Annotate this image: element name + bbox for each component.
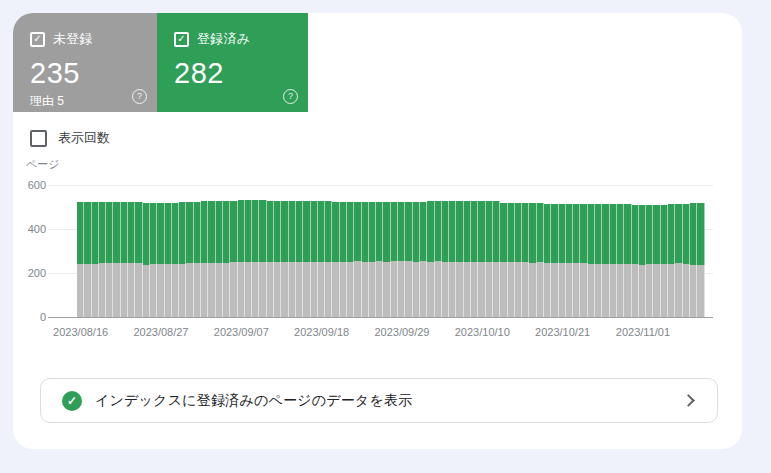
bar-day[interactable] bbox=[252, 185, 259, 317]
bar-day[interactable] bbox=[99, 185, 106, 317]
bar-day[interactable] bbox=[143, 185, 150, 317]
bar-day[interactable] bbox=[413, 185, 420, 317]
bar-day[interactable] bbox=[296, 185, 303, 317]
bar-day[interactable] bbox=[595, 185, 602, 317]
bar-day[interactable] bbox=[157, 185, 164, 317]
bar-day[interactable] bbox=[588, 185, 595, 317]
bar-day[interactable] bbox=[420, 185, 427, 317]
bar-segment-unregistered bbox=[165, 264, 172, 317]
bar-day[interactable] bbox=[624, 185, 631, 317]
bar-segment-registered bbox=[471, 201, 478, 262]
bar-day[interactable] bbox=[617, 185, 624, 317]
bar-day[interactable] bbox=[369, 185, 376, 317]
bar-day[interactable] bbox=[646, 185, 653, 317]
view-indexed-pages-data-button[interactable]: インデックスに登録済みのページのデータを表示 bbox=[40, 378, 718, 423]
bar-day[interactable] bbox=[259, 185, 266, 317]
bar-day[interactable] bbox=[186, 185, 193, 317]
bar-day[interactable] bbox=[632, 185, 639, 317]
bar-day[interactable] bbox=[478, 185, 485, 317]
bar-day[interactable] bbox=[435, 185, 442, 317]
bar-day[interactable] bbox=[508, 185, 515, 317]
bar-day[interactable] bbox=[697, 185, 704, 317]
bar-day[interactable] bbox=[610, 185, 617, 317]
bar-day[interactable] bbox=[311, 185, 318, 317]
bar-day[interactable] bbox=[544, 185, 551, 317]
bar-day[interactable] bbox=[566, 185, 573, 317]
checkbox-checked-icon[interactable] bbox=[30, 32, 45, 47]
metric-card-unregistered[interactable]: 未登録 235 理由 5 bbox=[13, 13, 157, 112]
bar-day[interactable] bbox=[486, 185, 493, 317]
bar-day[interactable] bbox=[471, 185, 478, 317]
bar-day[interactable] bbox=[653, 185, 660, 317]
metric-card-registered[interactable]: 登録済み 282 bbox=[157, 13, 308, 112]
bar-day[interactable] bbox=[303, 185, 310, 317]
bar-day[interactable] bbox=[427, 185, 434, 317]
bar-day[interactable] bbox=[493, 185, 500, 317]
bar-day[interactable] bbox=[551, 185, 558, 317]
bar-day[interactable] bbox=[325, 185, 332, 317]
bar-day[interactable] bbox=[500, 185, 507, 317]
bar-day[interactable] bbox=[515, 185, 522, 317]
bar-day[interactable] bbox=[464, 185, 471, 317]
bar-day[interactable] bbox=[201, 185, 208, 317]
bar-day[interactable] bbox=[121, 185, 128, 317]
bar-day[interactable] bbox=[362, 185, 369, 317]
bar-day[interactable] bbox=[449, 185, 456, 317]
bar-day[interactable] bbox=[208, 185, 215, 317]
bar-day[interactable] bbox=[179, 185, 186, 317]
bar-day[interactable] bbox=[340, 185, 347, 317]
bar-day[interactable] bbox=[194, 185, 201, 317]
bar-day[interactable] bbox=[391, 185, 398, 317]
bar-day[interactable] bbox=[639, 185, 646, 317]
bar-day[interactable] bbox=[135, 185, 142, 317]
bar-day[interactable] bbox=[668, 185, 675, 317]
bar-day[interactable] bbox=[398, 185, 405, 317]
bar-day[interactable] bbox=[537, 185, 544, 317]
bar-day[interactable] bbox=[376, 185, 383, 317]
bar-day[interactable] bbox=[274, 185, 281, 317]
help-icon[interactable] bbox=[132, 89, 147, 104]
bar-day[interactable] bbox=[580, 185, 587, 317]
bar-day[interactable] bbox=[456, 185, 463, 317]
bar-day[interactable] bbox=[332, 185, 339, 317]
checkbox-checked-icon[interactable] bbox=[174, 32, 189, 47]
bar-day[interactable] bbox=[84, 185, 91, 317]
bar-day[interactable] bbox=[690, 185, 697, 317]
bar-day[interactable] bbox=[522, 185, 529, 317]
bar-day[interactable] bbox=[77, 185, 84, 317]
bar-day[interactable] bbox=[230, 185, 237, 317]
bar-day[interactable] bbox=[113, 185, 120, 317]
bar-day[interactable] bbox=[675, 185, 682, 317]
bar-day[interactable] bbox=[245, 185, 252, 317]
help-icon[interactable] bbox=[283, 89, 298, 104]
bar-day[interactable] bbox=[529, 185, 536, 317]
bar-day[interactable] bbox=[573, 185, 580, 317]
bar-day[interactable] bbox=[216, 185, 223, 317]
bar-day[interactable] bbox=[267, 185, 274, 317]
bar-day[interactable] bbox=[347, 185, 354, 317]
bar-day[interactable] bbox=[128, 185, 135, 317]
bars-plot[interactable] bbox=[77, 185, 705, 317]
bar-day[interactable] bbox=[683, 185, 690, 317]
bar-day[interactable] bbox=[223, 185, 230, 317]
bar-segment-registered bbox=[157, 203, 164, 265]
bar-day[interactable] bbox=[150, 185, 157, 317]
bar-day[interactable] bbox=[383, 185, 390, 317]
bar-day[interactable] bbox=[442, 185, 449, 317]
bar-day[interactable] bbox=[289, 185, 296, 317]
bar-day[interactable] bbox=[165, 185, 172, 317]
bar-day[interactable] bbox=[405, 185, 412, 317]
bar-segment-unregistered bbox=[639, 265, 646, 317]
bar-day[interactable] bbox=[172, 185, 179, 317]
bar-day[interactable] bbox=[354, 185, 361, 317]
bar-day[interactable] bbox=[281, 185, 288, 317]
bar-day[interactable] bbox=[318, 185, 325, 317]
bar-day[interactable] bbox=[92, 185, 99, 317]
bar-day[interactable] bbox=[238, 185, 245, 317]
bar-day[interactable] bbox=[661, 185, 668, 317]
bar-day[interactable] bbox=[106, 185, 113, 317]
bar-day[interactable] bbox=[559, 185, 566, 317]
bar-day[interactable] bbox=[602, 185, 609, 317]
checkbox-unchecked-icon[interactable] bbox=[30, 130, 47, 147]
impressions-toggle[interactable]: 表示回数 bbox=[30, 129, 110, 147]
